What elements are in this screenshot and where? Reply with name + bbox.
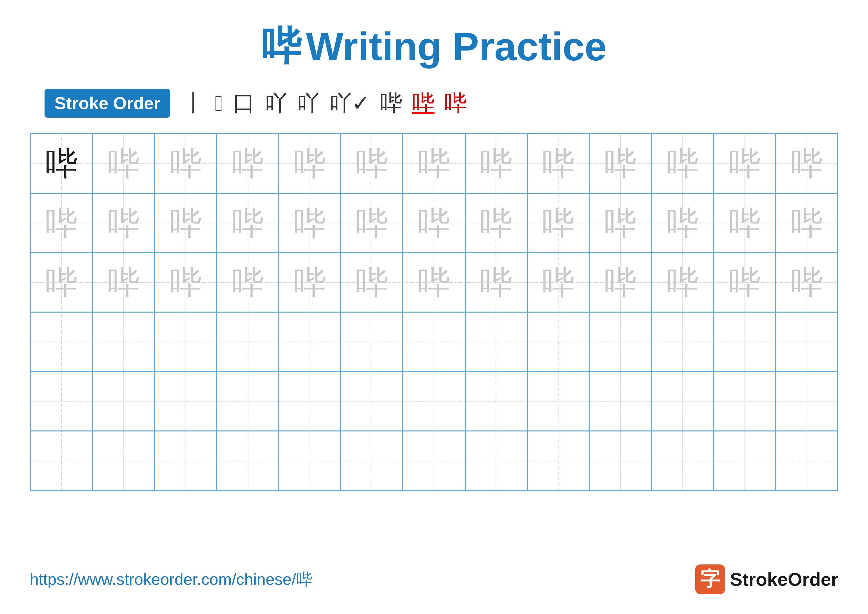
grid-cell-2-8[interactable]: 哔 — [465, 193, 527, 253]
grid-cell-1-4[interactable]: 哔 — [217, 134, 279, 193]
grid-cell-5-11[interactable] — [651, 372, 714, 431]
footer-url[interactable]: https://www.strokeorder.com/chinese/哔 — [30, 569, 312, 590]
grid-cell-1-10[interactable]: 哔 — [589, 134, 651, 193]
grid-cell-3-9[interactable]: 哔 — [527, 253, 589, 312]
grid-cell-4-1[interactable] — [30, 312, 92, 372]
grid-cell-3-5[interactable]: 哔 — [279, 253, 341, 312]
grid-cell-1-6[interactable]: 哔 — [341, 134, 403, 193]
grid-cell-1-12[interactable]: 哔 — [714, 134, 776, 193]
grid-cell-6-6[interactable] — [341, 431, 403, 490]
grid-cell-6-11[interactable] — [651, 431, 714, 490]
grid-char-light: 哔 — [728, 207, 761, 239]
grid-cell-3-3[interactable]: 哔 — [154, 253, 217, 312]
grid-cell-1-2[interactable]: 哔 — [92, 134, 154, 193]
grid-cell-5-4[interactable] — [217, 372, 279, 431]
grid-char-light: 哔 — [232, 148, 264, 180]
grid-cell-2-3[interactable]: 哔 — [154, 193, 217, 253]
grid-cell-6-4[interactable] — [217, 431, 279, 490]
grid-cell-1-11[interactable]: 哔 — [651, 134, 714, 193]
grid-cell-5-9[interactable] — [527, 372, 589, 431]
grid-cell-4-13[interactable] — [776, 312, 838, 372]
brand-name: StrokeOrder — [730, 569, 838, 590]
grid-char-light: 哔 — [790, 207, 823, 239]
grid-cell-3-2[interactable]: 哔 — [92, 253, 154, 312]
grid-cell-1-3[interactable]: 哔 — [154, 134, 217, 193]
grid-cell-5-3[interactable] — [154, 372, 217, 431]
grid-cell-6-10[interactable] — [589, 431, 651, 490]
grid-cell-2-11[interactable]: 哔 — [651, 193, 714, 253]
grid-cell-1-13[interactable]: 哔 — [776, 134, 838, 193]
grid-cell-6-2[interactable] — [92, 431, 154, 490]
grid-char-light: 哔 — [666, 148, 699, 180]
grid-cell-6-12[interactable] — [714, 431, 776, 490]
grid-cell-4-9[interactable] — [527, 312, 589, 372]
grid-char-light: 哔 — [604, 207, 636, 239]
grid-cell-1-1[interactable]: 哔 — [30, 134, 92, 193]
grid-cell-5-8[interactable] — [465, 372, 527, 431]
page-title: 哔 Writing Practice — [261, 20, 606, 73]
grid-cell-3-11[interactable]: 哔 — [651, 253, 714, 312]
stroke-step-4: 吖 — [265, 88, 287, 118]
grid-cell-2-1[interactable]: 哔 — [30, 193, 92, 253]
grid-cell-4-2[interactable] — [92, 312, 154, 372]
grid-cell-5-5[interactable] — [279, 372, 341, 431]
grid-cell-4-3[interactable] — [154, 312, 217, 372]
grid-cell-2-13[interactable]: 哔 — [776, 193, 838, 253]
grid-cell-2-10[interactable]: 哔 — [589, 193, 651, 253]
grid-cell-2-6[interactable]: 哔 — [341, 193, 403, 253]
grid-cell-2-2[interactable]: 哔 — [92, 193, 154, 253]
grid-cell-6-1[interactable] — [30, 431, 92, 490]
grid-row-2: 哔 哔 哔 哔 哔 哔 哔 哔 哔 哔 哔 哔 哔 — [30, 193, 838, 253]
grid-cell-2-5[interactable]: 哔 — [279, 193, 341, 253]
grid-cell-5-12[interactable] — [714, 372, 776, 431]
stroke-step-2: 𠃌 — [215, 91, 223, 116]
grid-char-light: 哔 — [232, 266, 264, 298]
grid-cell-3-1[interactable]: 哔 — [30, 253, 92, 312]
grid-cell-5-2[interactable] — [92, 372, 154, 431]
grid-cell-4-7[interactable] — [403, 312, 465, 372]
grid-cell-5-7[interactable] — [403, 372, 465, 431]
grid-char-dark: 哔 — [45, 148, 78, 180]
grid-char-light: 哔 — [169, 148, 202, 180]
grid-cell-2-7[interactable]: 哔 — [403, 193, 465, 253]
grid-char-light: 哔 — [294, 207, 326, 239]
grid-row-5 — [30, 372, 838, 431]
grid-cell-3-6[interactable]: 哔 — [341, 253, 403, 312]
grid-cell-4-12[interactable] — [714, 312, 776, 372]
grid-cell-6-5[interactable] — [279, 431, 341, 490]
grid-cell-4-11[interactable] — [651, 312, 714, 372]
grid-cell-3-4[interactable]: 哔 — [217, 253, 279, 312]
grid-char-light: 哔 — [294, 148, 326, 180]
grid-cell-3-13[interactable]: 哔 — [776, 253, 838, 312]
brand-icon: 字 — [695, 564, 725, 594]
grid-cell-4-5[interactable] — [279, 312, 341, 372]
grid-cell-3-10[interactable]: 哔 — [589, 253, 651, 312]
grid-cell-5-1[interactable] — [30, 372, 92, 431]
grid-cell-3-12[interactable]: 哔 — [714, 253, 776, 312]
grid-cell-6-3[interactable] — [154, 431, 217, 490]
grid-cell-4-6[interactable] — [341, 312, 403, 372]
grid-cell-6-13[interactable] — [776, 431, 838, 490]
grid-cell-5-13[interactable] — [776, 372, 838, 431]
grid-cell-2-12[interactable]: 哔 — [714, 193, 776, 253]
grid-cell-1-7[interactable]: 哔 — [403, 134, 465, 193]
grid-cell-2-9[interactable]: 哔 — [527, 193, 589, 253]
grid-cell-4-4[interactable] — [217, 312, 279, 372]
grid-cell-1-9[interactable]: 哔 — [527, 134, 589, 193]
stroke-order-row: Stroke Order 丨 𠃌 口 吖 吖 吖✓ 哔 哔 哔 — [45, 88, 467, 118]
grid-cell-6-8[interactable] — [465, 431, 527, 490]
stroke-step-5: 吖 — [297, 88, 319, 118]
grid-cell-1-5[interactable]: 哔 — [279, 134, 341, 193]
grid-cell-3-7[interactable]: 哔 — [403, 253, 465, 312]
grid-cell-2-4[interactable]: 哔 — [217, 193, 279, 253]
grid-cell-4-8[interactable] — [465, 312, 527, 372]
grid-row-6 — [30, 431, 838, 490]
grid-cell-5-6[interactable] — [341, 372, 403, 431]
grid-char-light: 哔 — [418, 266, 450, 298]
grid-cell-3-8[interactable]: 哔 — [465, 253, 527, 312]
grid-cell-6-7[interactable] — [403, 431, 465, 490]
grid-cell-1-8[interactable]: 哔 — [465, 134, 527, 193]
grid-cell-4-10[interactable] — [589, 312, 651, 372]
grid-cell-5-10[interactable] — [589, 372, 651, 431]
grid-cell-6-9[interactable] — [527, 431, 589, 490]
